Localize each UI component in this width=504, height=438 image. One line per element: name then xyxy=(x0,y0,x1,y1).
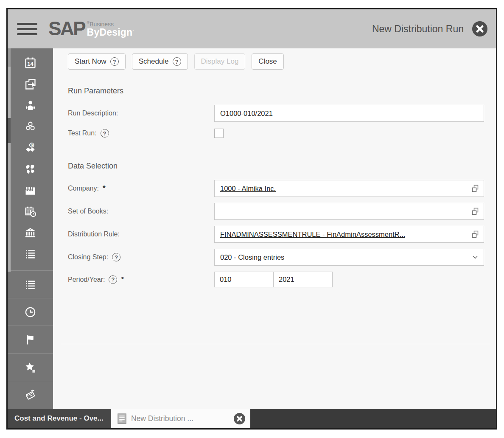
closing-step-row: Closing Step: ? 020 - Closing entries xyxy=(68,249,484,266)
required-indicator: * xyxy=(103,184,106,193)
sidebar-item-world-regions[interactable] xyxy=(8,158,53,180)
sap-logo-text: SAP xyxy=(48,20,85,37)
start-now-button[interactable]: Start Now ? xyxy=(68,53,126,70)
company-value-link[interactable]: 1000 - Almika Inc. xyxy=(220,185,276,193)
sidebar-item-worklist[interactable] xyxy=(8,243,53,264)
tag-icon xyxy=(24,388,37,402)
test-run-checkbox[interactable] xyxy=(214,129,224,138)
value-help-icon[interactable] xyxy=(468,184,479,193)
sidebar-item-service-agent[interactable] xyxy=(8,95,53,116)
distribution-rule-row: Distribution Rule: FINADMINASSESSMENTRUL… xyxy=(68,226,484,243)
window-close-icon[interactable] xyxy=(472,21,487,36)
set-of-books-row: Set of Books: xyxy=(68,203,484,220)
main-content: Start Now ? Schedule ? Display Log Close… xyxy=(53,48,496,409)
tab-close-icon[interactable] xyxy=(234,413,245,424)
toolbar: Start Now ? Schedule ? Display Log Close xyxy=(68,53,484,70)
sidebar-item-calendar-14[interactable]: 14 xyxy=(8,52,53,73)
period-year-row: Period/Year: ? * xyxy=(68,272,484,287)
logo-bydesign-line: ByDesign· xyxy=(87,28,134,37)
value-help-icon[interactable] xyxy=(468,207,479,216)
window-title: New Distribution Run xyxy=(372,23,464,35)
section-heading-data-selection: Data Selection xyxy=(68,162,484,171)
start-now-label: Start Now xyxy=(75,57,106,66)
content-divider xyxy=(61,344,490,344)
flag-icon xyxy=(24,333,37,346)
sidebar-item-tagged-items[interactable] xyxy=(8,381,53,408)
sidebar-item-navigation[interactable] xyxy=(8,73,53,95)
sidebar-item-recent-items[interactable] xyxy=(8,298,53,326)
application-window: SAP ®Business ByDesign· New Distribution… xyxy=(6,8,497,430)
required-indicator: * xyxy=(121,275,124,284)
worklist-alt-icon xyxy=(24,278,37,291)
sidebar-item-bank[interactable] xyxy=(8,222,53,243)
closing-step-dropdown[interactable]: 020 - Closing entries xyxy=(214,249,484,266)
distribution-rule-label: Distribution Rule: xyxy=(68,230,214,238)
value-help-icon[interactable] xyxy=(468,230,479,239)
test-run-row: Test Run: ? xyxy=(68,128,484,139)
set-of-books-field[interactable] xyxy=(214,203,484,220)
run-description-label: Run Description: xyxy=(68,110,214,117)
chevron-down-icon[interactable] xyxy=(468,253,479,261)
sidebar-item-factory[interactable] xyxy=(8,180,53,201)
tab-label: Cost and Revenue - Ove... xyxy=(14,414,104,423)
display-log-button: Display Log xyxy=(194,53,246,70)
run-description-input[interactable] xyxy=(214,105,484,122)
sidebar-item-worklist-alt[interactable] xyxy=(8,270,53,298)
bottom-taskbar: Cost and Revenue - Ove... New Distributi… xyxy=(8,409,496,428)
hamburger-menu-icon[interactable] xyxy=(17,23,37,35)
schedule-button[interactable]: Schedule ? xyxy=(132,53,188,70)
help-icon[interactable]: ? xyxy=(173,57,181,66)
sidebar-icon-group-top: 14 xyxy=(8,48,53,264)
sidebar-item-flagged-items[interactable] xyxy=(8,326,53,353)
section-heading-run-parameters: Run Parameters xyxy=(68,87,484,95)
run-description-row: Run Description: xyxy=(68,105,484,122)
period-year-label: Period/Year: ? * xyxy=(68,275,214,284)
service-agent-icon xyxy=(24,99,37,112)
help-icon[interactable]: ? xyxy=(112,253,120,261)
document-icon xyxy=(118,413,126,424)
close-button[interactable]: Close xyxy=(252,53,283,70)
worklist-icon xyxy=(24,247,37,261)
sidebar-icon-group-bottom xyxy=(8,270,53,408)
tab-label: New Distribution ... xyxy=(131,414,229,423)
svg-text:$: $ xyxy=(31,143,33,147)
bank-icon xyxy=(24,226,37,239)
taskbar-tab-new-distribution-run[interactable]: New Distribution ... xyxy=(111,409,250,428)
distribution-rule-value-link[interactable]: FINADMINASSESSMENTRULE - FinAdminAssessm… xyxy=(220,230,405,239)
sidebar-item-business-deals[interactable]: $ xyxy=(8,137,53,158)
close-label: Close xyxy=(258,57,277,66)
year-input[interactable] xyxy=(273,272,333,287)
help-icon[interactable]: ? xyxy=(109,275,117,284)
factory-icon xyxy=(24,184,37,197)
sidebar-item-favorites[interactable] xyxy=(8,353,53,381)
test-run-label: Test Run: ? xyxy=(68,129,214,138)
sidebar-item-scheduling[interactable] xyxy=(8,201,53,222)
period-input[interactable] xyxy=(214,272,274,287)
taskbar-empty-area xyxy=(250,409,496,428)
sidebar-item-products[interactable] xyxy=(8,116,53,137)
sidebar-scrollbar[interactable] xyxy=(8,48,11,409)
schedule-label: Schedule xyxy=(139,57,169,66)
company-label: Company: * xyxy=(68,184,214,193)
closing-step-value: 020 - Closing entries xyxy=(220,253,284,261)
svg-text:14: 14 xyxy=(27,61,34,67)
closing-step-label: Closing Step: ? xyxy=(68,253,214,261)
display-log-label: Display Log xyxy=(201,57,239,66)
business-deals-icon: $ xyxy=(24,141,37,154)
clock-icon xyxy=(24,306,37,319)
help-icon[interactable]: ? xyxy=(110,57,119,66)
world-regions-icon xyxy=(24,163,37,176)
scheduling-icon xyxy=(24,205,37,218)
help-icon[interactable]: ? xyxy=(101,129,109,138)
sap-bydesign-logo: SAP ®Business ByDesign· xyxy=(48,20,134,37)
navigation-icon xyxy=(24,78,37,91)
icon-sidebar: 14 xyxy=(8,48,53,409)
distribution-rule-field[interactable]: FINADMINASSESSMENTRULE - FinAdminAssessm… xyxy=(214,226,484,243)
set-of-books-label: Set of Books: xyxy=(68,208,214,215)
company-field[interactable]: 1000 - Almika Inc. xyxy=(214,180,484,197)
taskbar-tab-cost-and-revenue[interactable]: Cost and Revenue - Ove... xyxy=(8,409,111,428)
company-row: Company: * 1000 - Almika Inc. xyxy=(68,180,484,197)
app-header: SAP ®Business ByDesign· New Distribution… xyxy=(8,9,496,48)
products-icon xyxy=(24,120,37,133)
calendar-14-icon: 14 xyxy=(24,56,37,70)
